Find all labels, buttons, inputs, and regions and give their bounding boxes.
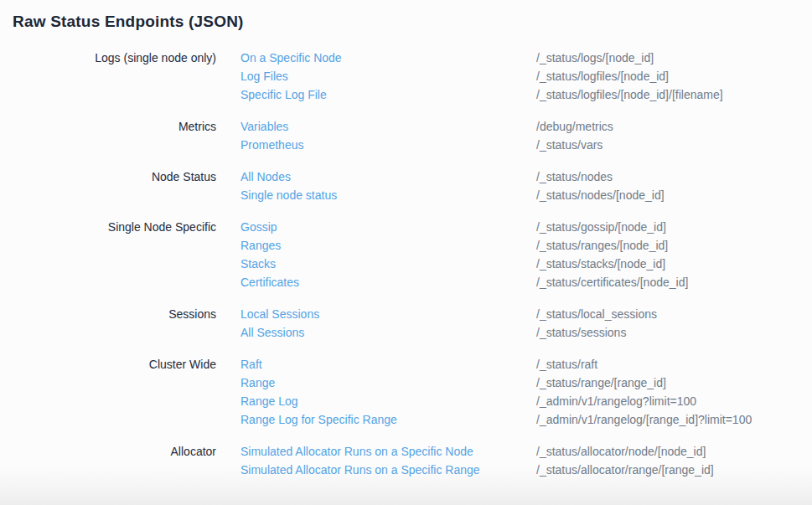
- endpoint-group-allocator: Allocator Simulated Allocator Runs on a …: [13, 442, 799, 479]
- endpoint-row: Specific Log File /_status/logfiles/[nod…: [216, 85, 723, 104]
- endpoint-row: Simulated Allocator Runs on a Specific N…: [216, 442, 714, 461]
- endpoint-path: /_admin/v1/rangelog/[range_id]?limit=100: [536, 410, 752, 429]
- endpoint-link[interactable]: All Sessions: [240, 323, 536, 342]
- category-label: Metrics: [13, 117, 216, 136]
- endpoint-row: Ranges /_status/ranges/[node_id]: [216, 236, 688, 255]
- endpoint-link[interactable]: Range Log for Specific Range: [240, 410, 536, 429]
- endpoint-path: /_status/sessions: [536, 323, 626, 342]
- page-title: Raw Status Endpoints (JSON): [13, 12, 799, 31]
- endpoint-path: /_status/stacks/[node_id]: [536, 255, 665, 273]
- endpoint-row: Variables /debug/metrics: [216, 117, 613, 136]
- endpoint-path: /_status/vars: [536, 136, 603, 154]
- endpoint-link[interactable]: Range Log: [240, 392, 536, 410]
- endpoint-group-single-node-specific: Single Node Specific Gossip /_status/gos…: [13, 218, 799, 291]
- raw-status-endpoints-page: Raw Status Endpoints (JSON) Logs (single…: [0, 0, 812, 479]
- endpoint-row: On a Specific Node /_status/logs/[node_i…: [216, 49, 723, 67]
- endpoint-row: Range /_status/range/[range_id]: [216, 374, 752, 392]
- entry-list: Gossip /_status/gossip/[node_id] Ranges …: [216, 218, 688, 291]
- endpoint-link[interactable]: Variables: [240, 117, 536, 136]
- category-label: Node Status: [13, 167, 216, 186]
- endpoint-row: Log Files /_status/logfiles/[node_id]: [216, 67, 723, 85]
- endpoint-path: /_status/logs/[node_id]: [536, 49, 654, 67]
- endpoint-link[interactable]: On a Specific Node: [240, 49, 536, 67]
- endpoint-row: Simulated Allocator Runs on a Specific R…: [216, 461, 714, 479]
- endpoint-path: /_status/logfiles/[node_id]/[filename]: [536, 85, 723, 104]
- entry-list: Raft /_status/raft Range /_status/range/…: [216, 355, 752, 429]
- endpoint-link[interactable]: Log Files: [240, 67, 536, 85]
- endpoint-link[interactable]: Certificates: [240, 273, 536, 291]
- endpoint-group-sessions: Sessions Local Sessions /_status/local_s…: [13, 305, 799, 342]
- endpoint-row: Range Log /_admin/v1/rangelog?limit=100: [216, 392, 752, 410]
- endpoint-row: Single node status /_status/nodes/[node_…: [216, 186, 665, 204]
- endpoint-link[interactable]: Single node status: [240, 186, 536, 204]
- endpoint-path: /_status/logfiles/[node_id]: [536, 67, 669, 85]
- category-label: Sessions: [13, 305, 216, 323]
- category-label: Allocator: [13, 442, 216, 461]
- endpoint-row: All Nodes /_status/nodes: [216, 167, 665, 186]
- endpoint-path: /_status/allocator/node/[node_id]: [536, 442, 706, 461]
- endpoint-group-metrics: Metrics Variables /debug/metrics Prometh…: [13, 117, 799, 154]
- endpoint-group-logs: Logs (single node only) On a Specific No…: [13, 49, 799, 104]
- endpoint-path: /_status/allocator/range/[range_id]: [536, 461, 714, 479]
- endpoint-link[interactable]: Simulated Allocator Runs on a Specific N…: [240, 442, 536, 461]
- entry-list: Local Sessions /_status/local_sessions A…: [216, 305, 657, 342]
- endpoint-path: /_status/nodes: [536, 167, 613, 186]
- endpoint-link[interactable]: Simulated Allocator Runs on a Specific R…: [240, 461, 536, 479]
- endpoint-link[interactable]: Raft: [240, 355, 536, 374]
- endpoint-row: Certificates /_status/certificates/[node…: [216, 273, 688, 291]
- endpoint-row: Range Log for Specific Range /_admin/v1/…: [216, 410, 752, 429]
- endpoint-path: /_status/range/[range_id]: [536, 374, 666, 392]
- entry-list: On a Specific Node /_status/logs/[node_i…: [216, 49, 723, 104]
- endpoint-path: /_status/local_sessions: [536, 305, 657, 323]
- endpoint-row: Prometheus /_status/vars: [216, 136, 613, 154]
- endpoint-link[interactable]: Range: [240, 374, 536, 392]
- endpoint-link[interactable]: Specific Log File: [240, 85, 536, 104]
- category-label: Cluster Wide: [13, 355, 216, 374]
- entry-list: All Nodes /_status/nodes Single node sta…: [216, 167, 665, 204]
- category-label: Single Node Specific: [13, 218, 216, 236]
- endpoint-row: Raft /_status/raft: [216, 355, 752, 374]
- endpoint-group-node-status: Node Status All Nodes /_status/nodes Sin…: [13, 167, 799, 204]
- endpoint-row: Stacks /_status/stacks/[node_id]: [216, 255, 688, 273]
- endpoint-path: /debug/metrics: [536, 117, 613, 136]
- endpoint-link[interactable]: All Nodes: [240, 167, 536, 186]
- endpoint-link[interactable]: Stacks: [240, 255, 536, 273]
- category-label: Logs (single node only): [13, 49, 216, 67]
- endpoint-path: /_status/nodes/[node_id]: [536, 186, 665, 204]
- endpoint-link[interactable]: Ranges: [240, 236, 536, 255]
- endpoint-link[interactable]: Prometheus: [240, 136, 536, 154]
- endpoint-path: /_admin/v1/rangelog?limit=100: [536, 392, 696, 410]
- endpoint-path: /_status/ranges/[node_id]: [536, 236, 668, 255]
- endpoint-link[interactable]: Gossip: [240, 218, 536, 236]
- endpoint-link[interactable]: Local Sessions: [240, 305, 536, 323]
- endpoint-path: /_status/gossip/[node_id]: [536, 218, 666, 236]
- endpoint-row: Local Sessions /_status/local_sessions: [216, 305, 657, 323]
- endpoint-group-cluster-wide: Cluster Wide Raft /_status/raft Range /_…: [13, 355, 799, 429]
- endpoint-row: Gossip /_status/gossip/[node_id]: [216, 218, 688, 236]
- endpoint-path: /_status/certificates/[node_id]: [536, 273, 688, 291]
- endpoint-row: All Sessions /_status/sessions: [216, 323, 657, 342]
- endpoint-path: /_status/raft: [536, 355, 597, 374]
- entry-list: Variables /debug/metrics Prometheus /_st…: [216, 117, 613, 154]
- entry-list: Simulated Allocator Runs on a Specific N…: [216, 442, 714, 479]
